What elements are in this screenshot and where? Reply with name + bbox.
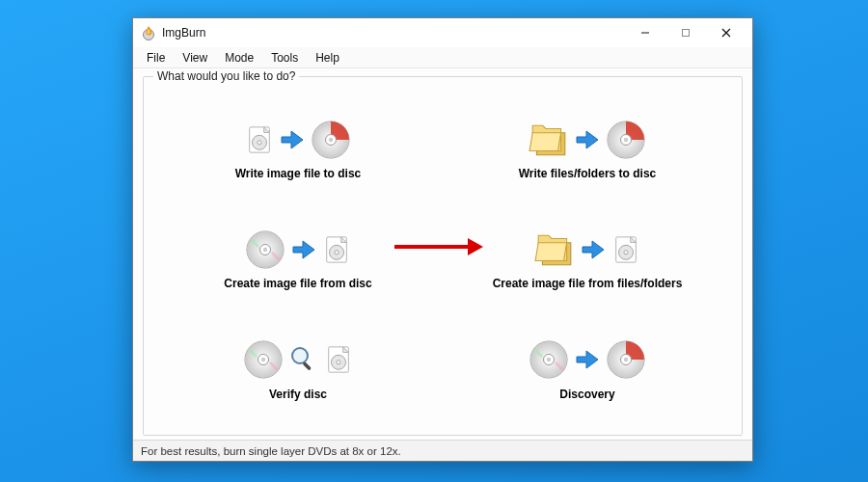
disc-icon [606,339,646,383]
groupbox-legend: What would you like to do? [153,69,299,83]
svg-rect-16 [683,30,690,37]
action-label: Discovery [559,388,614,401]
app-window: ImgBurn File View Mode Tools Help What w… [132,17,753,462]
maximize-button[interactable] [665,19,706,46]
file-icon [324,345,353,377]
action-label: Write files/folders to disc [519,167,656,180]
window-title: ImgBurn [162,26,625,40]
action-label: Create image file from files/folders [493,277,683,290]
icon-row [243,339,353,384]
action-label: Create image file from disc [224,277,371,290]
menu-help[interactable]: Help [308,49,347,67]
svg-marker-18 [468,238,483,255]
disc-icon [311,120,351,163]
menu-file[interactable]: File [139,49,173,67]
menu-mode[interactable]: Mode [217,49,261,67]
action-write-image-to-disc[interactable]: Write image file to disc [228,115,368,184]
statusbar: For best results, burn single layer DVDs… [133,440,752,461]
titlebar: ImgBurn [133,18,752,47]
arrow-right-icon [581,237,606,265]
disc-icon [245,229,285,273]
minimize-button[interactable] [625,19,665,46]
icon-row [529,119,646,163]
arrow-right-icon [575,127,600,155]
status-tip: For best results, burn single layer DVDs… [141,445,401,457]
window-controls [625,19,746,46]
action-write-files-to-disc[interactable]: Write files/folders to disc [511,115,664,184]
action-label: Write image file to disc [235,167,361,180]
action-label: Verify disc [269,388,327,401]
file-icon [245,125,274,157]
disc-icon [243,339,284,383]
action-verify-disc[interactable]: Verify disc [235,335,361,405]
mode-grid: Write image file to disc Write files/fol… [153,94,732,425]
app-icon [141,25,156,40]
menu-tools[interactable]: Tools [263,49,306,67]
content-area: What would you like to do? Write image f… [133,68,752,440]
icon-row [534,228,640,273]
icon-row [529,339,646,384]
folder-icon [529,120,569,163]
file-icon [611,235,640,267]
annotation-arrow-icon [393,234,485,259]
action-create-image-from-files[interactable]: Create image file from files/folders [485,225,691,294]
file-icon [322,235,351,267]
disc-icon [606,120,646,163]
arrow-right-icon [280,127,305,155]
menubar: File View Mode Tools Help [133,47,752,68]
action-create-image-from-disc[interactable]: Create image file from disc [216,225,379,294]
action-discovery[interactable]: Discovery [521,335,654,405]
mode-groupbox: What would you like to do? Write image f… [143,76,743,436]
magnifier-icon [289,345,318,377]
folder-icon [534,229,575,273]
arrow-right-icon [575,347,600,375]
icon-row [245,228,351,273]
close-button[interactable] [706,19,746,46]
arrow-right-icon [291,237,316,265]
disc-icon [529,339,569,383]
menu-view[interactable]: View [175,49,215,67]
icon-row [245,119,351,163]
